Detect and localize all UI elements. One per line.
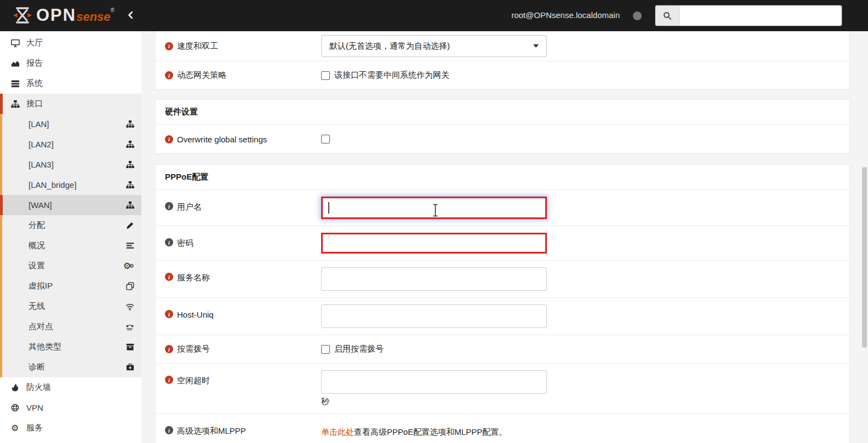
sidebar-item-label: VPN <box>26 403 43 412</box>
search-input[interactable] <box>679 5 842 26</box>
sidebar-subitem-label: 分配 <box>28 220 45 231</box>
sidebar-item-other-types[interactable]: 其他类型 <box>0 337 141 357</box>
global-search <box>655 5 842 26</box>
scrollbar-thumb[interactable] <box>862 167 867 348</box>
opnsense-page: OPNsense® root@OPNsense.localdomain 大厅 <box>0 0 868 443</box>
sidebar-item-interfaces[interactable]: 接口 <box>0 94 141 114</box>
caret-down-icon <box>533 44 539 48</box>
sidebar-item-system[interactable]: 系统 <box>0 73 141 94</box>
sidebar-item-assignments[interactable]: 分配 <box>0 215 141 235</box>
fire-icon <box>11 383 25 392</box>
sidebar-subitem-label: 概况 <box>28 240 45 251</box>
sitemap-icon <box>126 140 134 148</box>
form-row-host-uniq: Host-Uniq <box>156 297 849 335</box>
info-icon[interactable] <box>165 376 173 384</box>
sidebar-subitem-label: [LAN2] <box>28 140 54 149</box>
checkbox-label: 该接口不需要中间系统作为网关 <box>334 70 449 80</box>
form-row-gateway-policy: 动态网关策略 该接口不需要中间系统作为网关 <box>156 61 849 89</box>
info-icon[interactable] <box>165 71 173 79</box>
field-label: 动态网关策略 <box>177 70 226 80</box>
sidebar-subitem-label: 虚拟IP <box>28 281 53 291</box>
globe-icon <box>11 404 25 412</box>
sidebar-item-overview[interactable]: 概况 <box>0 235 141 256</box>
pencil-icon <box>126 221 134 229</box>
select-value: 默认(无首选项，通常为自动选择) <box>329 41 450 51</box>
info-icon[interactable] <box>165 135 173 143</box>
medkit-icon <box>126 363 134 371</box>
form-row-speed-duplex: 速度和双工 默认(无首选项，通常为自动选择) <box>156 31 849 61</box>
advanced-options-link[interactable]: 单击此处 <box>321 427 354 436</box>
sitemap-icon <box>126 120 134 128</box>
opnsense-logo[interactable]: OPNsense® <box>12 5 115 29</box>
form-row-advanced-mlppp: 高级选项和MLPPP 单击此处查看高级PPPoE配置选项和MLPPP配置。 <box>156 413 849 443</box>
sidebar-subitem-label: [LAN3] <box>28 160 54 169</box>
sidebar-item-label: 报告 <box>26 58 43 68</box>
sidebar-subitem-label: 设置 <box>28 261 45 271</box>
speed-duplex-select[interactable]: 默认(无首选项，通常为自动选择) <box>321 35 547 57</box>
info-icon[interactable] <box>165 42 173 50</box>
top-bar: OPNsense® root@OPNsense.localdomain <box>0 0 868 31</box>
field-label: 速度和双工 <box>177 41 218 51</box>
form-row-password: 密码 <box>156 226 849 260</box>
desktop-icon <box>11 39 25 48</box>
info-icon[interactable] <box>165 345 173 353</box>
dial-on-demand-checkbox[interactable] <box>321 345 330 354</box>
text-caret <box>328 202 329 214</box>
password-input[interactable] <box>321 233 547 254</box>
main-content: 速度和双工 默认(无首选项，通常为自动选择) 动态网关策略 该接口不需要中间系统… <box>141 31 868 443</box>
chevron-left-icon <box>127 12 135 21</box>
advanced-help-text: 单击此处查看高级PPPoE配置选项和MLPPP配置。 <box>321 421 507 438</box>
sidebar-subitem-label: 其他类型 <box>28 342 61 352</box>
sidebar-nav: 大厅 报告 系统 接口 [LAN] [LAN2] <box>0 31 141 443</box>
sidebar-item-virtual-ip[interactable]: 虚拟IP <box>0 276 141 296</box>
info-icon[interactable] <box>165 273 173 281</box>
sidebar-item-wan[interactable]: [WAN] <box>0 195 141 215</box>
sidebar-item-lobby[interactable]: 大厅 <box>0 33 141 53</box>
sitemap-icon <box>126 201 134 209</box>
search-icon <box>655 5 679 26</box>
form-row-service-name: 服务名称 <box>156 260 849 297</box>
info-icon[interactable] <box>165 310 173 318</box>
registered-mark: ® <box>111 5 115 16</box>
archive-icon <box>126 343 134 351</box>
sidebar-item-vpn[interactable]: VPN <box>0 398 141 418</box>
field-label: Overwrite global settings <box>177 135 267 144</box>
info-icon[interactable] <box>165 202 173 210</box>
field-label: 高级选项和MLPPP <box>177 426 246 436</box>
logged-in-user[interactable]: root@OPNsense.localdomain <box>511 10 620 20</box>
sidebar-item-diagnostics[interactable]: 诊断 <box>0 357 141 377</box>
field-label: 空闲超时 <box>177 376 210 386</box>
sidebar-item-point-to-point[interactable]: 点对点 <box>0 317 141 337</box>
sidebar-item-settings[interactable]: 设置 ⚙⚙ <box>0 256 141 276</box>
service-name-input[interactable] <box>321 267 547 291</box>
advanced-text: 查看高级PPPoE配置选项和MLPPP配置。 <box>354 427 507 436</box>
sidebar-subitem-label: [LAN] <box>28 119 49 129</box>
gateway-policy-checkbox[interactable] <box>321 71 330 80</box>
form-row-username: 用户名 <box>156 190 849 226</box>
phone-icon <box>125 323 134 331</box>
idle-timeout-input[interactable] <box>321 370 547 394</box>
sidebar-item-label: 系统 <box>26 78 43 89</box>
gear-icon: ⚙ <box>11 424 25 433</box>
form-row-idle-timeout: 空闲超时 秒 <box>156 363 849 413</box>
mouse-cursor <box>432 204 438 219</box>
sidebar-collapse-button[interactable] <box>127 10 135 22</box>
sidebar-item-lan2[interactable]: [LAN2] <box>0 134 141 154</box>
sidebar-item-reporting[interactable]: 报告 <box>0 53 141 73</box>
form-row-dial-on-demand: 按需拨号 启用按需拨号 <box>156 335 849 363</box>
field-label: 密码 <box>177 238 193 249</box>
info-icon[interactable] <box>165 238 173 246</box>
sitemap-icon <box>126 181 134 189</box>
overwrite-global-checkbox[interactable] <box>321 135 330 143</box>
sidebar-item-label: 防火墙 <box>26 382 51 393</box>
info-icon[interactable] <box>165 426 173 434</box>
sidebar-item-firewall[interactable]: 防火墙 <box>0 377 141 398</box>
sidebar-item-lan3[interactable]: [LAN3] <box>0 154 141 175</box>
sitemap-icon <box>11 100 25 108</box>
sidebar-item-lan-bridge[interactable]: [LAN_bridge] <box>0 175 141 195</box>
sidebar-item-wireless[interactable]: 无线 <box>0 296 141 317</box>
sidebar-subitem-label: [LAN_bridge] <box>28 180 77 189</box>
sidebar-item-services[interactable]: ⚙ 服务 <box>0 418 141 438</box>
sidebar-item-lan[interactable]: [LAN] <box>0 114 141 134</box>
host-uniq-input[interactable] <box>321 304 547 328</box>
